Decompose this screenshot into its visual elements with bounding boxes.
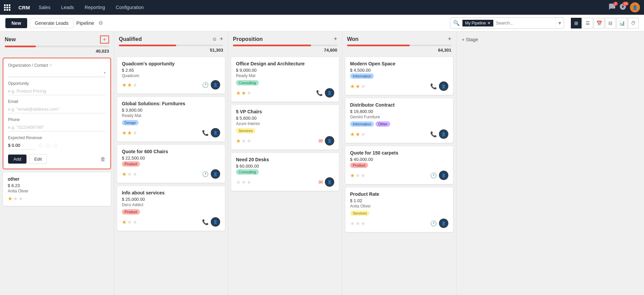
card-title: Distributor Contract xyxy=(350,102,448,108)
org-contact-input[interactable] xyxy=(8,70,104,75)
activity-view-button[interactable]: ⏱ xyxy=(628,18,639,28)
card-modern-open-space[interactable]: Modern Open Space $ 4,500.00 Information… xyxy=(345,57,453,95)
add-stage-button[interactable]: + Stage xyxy=(456,32,484,295)
filter-tag[interactable]: My Pipeline ✕ xyxy=(462,20,493,26)
card-clock-icon: 🕐 xyxy=(430,220,437,227)
card-avatar: 👤 xyxy=(325,177,334,187)
card-global-solutions[interactable]: Global Solutions: Furnitures $ 3,800.00 … xyxy=(117,97,225,142)
calendar-view-button[interactable]: 📅 xyxy=(594,18,604,28)
card-tags: Product xyxy=(122,161,220,167)
apps-icon[interactable] xyxy=(4,4,10,11)
card-stars: ★ ★ ★ xyxy=(122,171,137,177)
card-office-design[interactable]: Office Design and Architecture $ 9,000.0… xyxy=(231,57,339,102)
card-footer: ★ ★ ★ 🕐 👤 xyxy=(122,80,220,90)
filter-close-icon[interactable]: ✕ xyxy=(487,21,491,25)
col-progress-proposition xyxy=(233,45,337,46)
col-add-qualified-button[interactable]: + xyxy=(219,36,223,43)
card-5-vp-chairs[interactable]: 5 VP Chairs $ 5,600.00 Azure Interior Se… xyxy=(231,105,339,150)
col-add-won-button[interactable]: + xyxy=(448,36,451,43)
card-tags: Product xyxy=(350,163,448,168)
table-view-button[interactable]: ⊟ xyxy=(605,18,616,28)
form-star-2[interactable]: ☆ xyxy=(45,141,51,150)
card-product-rate[interactable]: Product Rate $ 1.02 Anita Oliver Service… xyxy=(345,187,453,232)
org-contact-label: Organization / Contact ? xyxy=(8,63,106,68)
messages-icon[interactable]: 2 xyxy=(608,3,616,12)
col-add-proposition-button[interactable]: + xyxy=(334,36,337,43)
generate-leads-button[interactable]: Generate Leads xyxy=(30,18,73,28)
card-distributor-contract[interactable]: Distributor Contract $ 19,800.00 Gemini … xyxy=(345,98,453,143)
form-star-1[interactable]: ☆ xyxy=(38,141,44,150)
star-3: ★ xyxy=(18,195,23,202)
card-avatar: 👤 xyxy=(211,169,220,179)
column-qualified: Qualified ⚙ + 51,303 Quadcom's opportuni… xyxy=(114,32,228,295)
phone-input[interactable] xyxy=(8,123,106,131)
card-tags: Services xyxy=(350,211,448,216)
card-quadcom[interactable]: Quadcom's opportunity $ 2.65 Quadcom ★ ★… xyxy=(117,57,225,94)
opportunity-input[interactable] xyxy=(8,87,106,95)
card-amount: $ 60,000.00 xyxy=(236,164,334,169)
column-proposition: Proposition + 74,600 Office Design and A… xyxy=(228,32,342,295)
nav-reporting[interactable]: Reporting xyxy=(83,3,107,11)
card-avatar: 👤 xyxy=(211,80,220,90)
activity-icon[interactable]: 28 xyxy=(619,3,627,12)
col-add-new-button[interactable]: + xyxy=(100,36,109,44)
card-amount: $ 2.65 xyxy=(122,68,220,73)
card-avatar: 👤 xyxy=(439,81,448,91)
pipeline-settings-icon[interactable]: ⚙ xyxy=(98,20,103,26)
card-clock-icon: 🕐 xyxy=(202,82,209,88)
tag-product: Product xyxy=(122,161,140,167)
card-amount: $ 4,500.00 xyxy=(350,68,448,73)
new-button[interactable]: New xyxy=(5,18,27,28)
app-name[interactable]: CRM xyxy=(18,5,30,10)
card-company: Ready Mat xyxy=(122,113,220,118)
edit-button[interactable]: Edit xyxy=(29,154,47,164)
card-stars: ★ ★ ★ xyxy=(122,82,137,88)
add-button[interactable]: Add xyxy=(8,155,27,164)
card-amount: $ 40,000.00 xyxy=(350,157,448,162)
form-star-3[interactable]: ☆ xyxy=(52,141,58,150)
card-footer: ★ ★ ★ ✉ 👤 xyxy=(236,136,334,145)
other-card-amount: $ 8.23 xyxy=(8,183,106,188)
card-footer: ★ ★ ★ 📞 👤 xyxy=(122,128,220,137)
card-avatar: 👤 xyxy=(439,219,448,228)
search-dropdown-arrow[interactable]: ▾ xyxy=(555,18,564,28)
other-card[interactable]: other $ 8.23 Anita Oliver ★ ★ ★ xyxy=(3,172,111,206)
card-info-services[interactable]: Info about services $ 25,000.00 Deco Add… xyxy=(117,186,225,231)
card-tags: Consulting xyxy=(236,169,334,175)
card-footer: ★ ★ ★ 📞 👤 xyxy=(122,217,220,227)
nav-configuration[interactable]: Configuration xyxy=(114,3,146,11)
tag-consulting: Consulting xyxy=(236,80,259,85)
nav-sales[interactable]: Sales xyxy=(37,3,52,11)
chart-view-button[interactable]: 📊 xyxy=(616,18,627,28)
revenue-input[interactable] xyxy=(8,141,35,150)
col-progress-fill-qualified xyxy=(119,45,176,46)
card-600-chairs[interactable]: Quote for 600 Chairs $ 22,500.00 Product… xyxy=(117,144,225,183)
user-avatar[interactable]: 👤 xyxy=(630,2,640,12)
card-stars: ★ ★ ★ xyxy=(122,219,137,225)
column-won: Won + 64,301 Modern Open Space $ 4,500.0… xyxy=(342,32,456,295)
card-150-carpets[interactable]: Quote for 150 carpets $ 40,000.00 Produc… xyxy=(345,146,453,184)
other-card-company: Anita Oliver xyxy=(8,189,106,193)
col-settings-icon-qualified[interactable]: ⚙ xyxy=(212,37,217,42)
search-input[interactable] xyxy=(493,20,555,25)
delete-button[interactable]: 🗑 xyxy=(100,156,106,162)
col-title-qualified: Qualified xyxy=(119,36,210,42)
col-progress-fill-proposition xyxy=(233,45,311,46)
search-icon: 🔍 xyxy=(450,20,462,26)
card-email-icon: ✉ xyxy=(318,138,323,144)
tag-information: Information xyxy=(350,73,374,79)
kanban-view-button[interactable]: ⊞ xyxy=(571,18,582,28)
col-cards-proposition: Office Design and Architecture $ 9,000.0… xyxy=(228,55,342,295)
form-stars[interactable]: ☆ ☆ ☆ xyxy=(38,141,58,150)
card-20-desks[interactable]: Need 20 Desks $ 60,000.00 Consulting ★ ★… xyxy=(231,153,339,191)
list-view-button[interactable]: ☰ xyxy=(582,18,593,28)
tag-other: Other xyxy=(376,121,390,127)
search-area: 🔍 My Pipeline ✕ ▾ xyxy=(450,17,564,29)
org-contact-help: ? xyxy=(49,63,51,67)
card-tags: Information Other xyxy=(350,121,448,127)
org-contact-field[interactable]: ▾ xyxy=(8,69,106,77)
email-input[interactable] xyxy=(8,105,106,113)
col-amount-qualified: 51,303 xyxy=(114,48,228,55)
card-company: Deco Addict xyxy=(122,202,220,207)
nav-leads[interactable]: Leads xyxy=(59,3,76,11)
